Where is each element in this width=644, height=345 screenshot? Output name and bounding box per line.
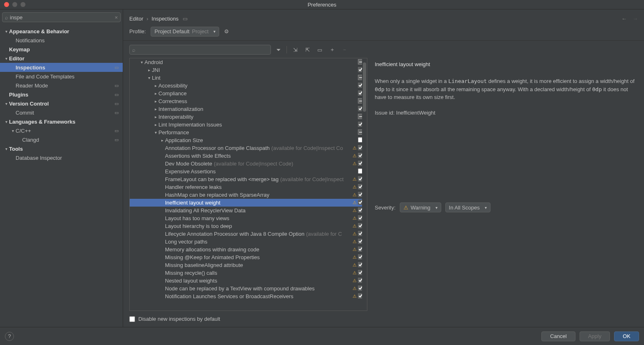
- inspection-layout-has-too-many-views[interactable]: Layout has too many views⚠: [130, 214, 367, 222]
- tree-arrow-icon: [153, 99, 158, 104]
- gear-icon[interactable]: ⚙: [224, 28, 229, 34]
- severity-select[interactable]: ⚠ Warning ▾: [400, 202, 441, 212]
- scope-select[interactable]: In All Scopes ▾: [445, 202, 490, 212]
- nav-back-icon[interactable]: ←: [621, 16, 627, 22]
- inspection-label: Accessibility: [158, 83, 351, 89]
- availability-note: (available for C: [306, 231, 342, 237]
- inspection-application-size[interactable]: Application Size: [130, 136, 367, 144]
- sidebar-item-c-c-[interactable]: C/C++▭: [0, 126, 123, 135]
- inspection-hashmap-can-be-replaced-with-sparsearray[interactable]: HashMap can be replaced with SparseArray…: [130, 191, 367, 199]
- inspection-invalidating-all-recyclerview-data[interactable]: Invalidating All RecyclerView Data⚠: [130, 207, 367, 214]
- sidebar-item-version-control[interactable]: Version Control▭: [0, 99, 123, 108]
- filter-icon[interactable]: ⏷: [273, 45, 283, 55]
- clear-search-icon[interactable]: ×: [115, 14, 118, 21]
- collapse-all-icon[interactable]: ⇱: [303, 45, 312, 55]
- inspection-label: Compliance: [158, 90, 351, 97]
- inspection-label: Annotation Processor on Compile Classpat…: [165, 145, 351, 151]
- inspection-expensive-assertions[interactable]: Expensive Assertions: [130, 168, 367, 175]
- inspection-handler-reference-leaks[interactable]: Handler reference leaks⚠: [130, 183, 367, 191]
- profile-scope: Project: [192, 28, 209, 34]
- profile-select[interactable]: Project Default Project ▾: [151, 27, 219, 37]
- disable-new-inspections-checkbox[interactable]: [129, 316, 135, 322]
- maximize-window-button[interactable]: [21, 2, 25, 7]
- expand-all-icon[interactable]: ⇲: [290, 45, 300, 55]
- apply-button[interactable]: Apply: [580, 331, 610, 341]
- add-icon[interactable]: ＋: [327, 45, 337, 55]
- sidebar-item-database-inspector[interactable]: Database Inspector: [0, 153, 123, 162]
- warning-icon: ⚠: [351, 262, 358, 268]
- sidebar-item-languages-frameworks[interactable]: Languages & Frameworks: [0, 117, 123, 126]
- reset-icon[interactable]: ▭: [315, 45, 325, 55]
- inspection-missing-recycle-calls[interactable]: Missing recycle() calls⚠: [130, 269, 367, 277]
- inspection-compliance[interactable]: Compliance: [130, 90, 367, 97]
- remove-icon[interactable]: －: [339, 45, 349, 55]
- search-icon: ⌕: [132, 47, 135, 53]
- inspection-correctness[interactable]: Correctness: [130, 97, 367, 105]
- sidebar-item-appearance-behavior[interactable]: Appearance & Behavior: [0, 27, 123, 36]
- sidebar-item-clangd[interactable]: Clangd▭: [0, 135, 123, 144]
- inspection-memory-allocations-within-drawing-code[interactable]: Memory allocations within drawing code⚠: [130, 246, 367, 253]
- inspections-tree[interactable]: AndroidJNILintAccessibilityComplianceCor…: [130, 58, 367, 310]
- inspection-inefficient-layout-weight[interactable]: Inefficient layout weight⚠: [130, 199, 367, 207]
- inspection-jni[interactable]: JNI: [130, 66, 367, 74]
- inspection-accessibility[interactable]: Accessibility: [130, 82, 367, 90]
- inspection-nested-layout-weights[interactable]: Nested layout weights⚠: [130, 277, 367, 285]
- help-button[interactable]: ?: [5, 332, 14, 341]
- nav-forward-icon[interactable]: →: [633, 16, 638, 22]
- inspection-interoperability[interactable]: Interoperability: [130, 113, 367, 121]
- scroll-thumb[interactable]: [363, 62, 366, 112]
- inspection-label: Correctness: [158, 98, 351, 104]
- inspection-framelayout-can-be-replaced-with-merge-tag[interactable]: FrameLayout can be replaced with <merge>…: [130, 175, 367, 183]
- settings-tree[interactable]: Appearance & BehaviorNotificationsKeymap…: [0, 25, 123, 327]
- inspection-annotation-processor-on-compile-classpath[interactable]: Annotation Processor on Compile Classpat…: [130, 144, 367, 152]
- sidebar-item-reader-mode[interactable]: Reader Mode▭: [0, 81, 123, 90]
- inspection-lifecycle-annotation-processor-with-java-8-compile-option[interactable]: Lifecycle Annotation Processor with Java…: [130, 230, 367, 238]
- inspections-search[interactable]: ⌕: [129, 45, 271, 55]
- tree-arrow-icon: [153, 122, 158, 127]
- settings-search-input[interactable]: [10, 14, 115, 21]
- settings-search[interactable]: ⌕ ×: [2, 12, 121, 22]
- inspection-android[interactable]: Android: [130, 58, 367, 66]
- inspection-long-vector-paths[interactable]: Long vector paths⚠: [130, 238, 367, 246]
- inspections-search-input[interactable]: [137, 47, 268, 53]
- inspection-layout-hierarchy-is-too-deep[interactable]: Layout hierarchy is too deep⚠: [130, 222, 367, 230]
- inspection-lint-implementation-issues[interactable]: Lint Implementation Issues: [130, 121, 367, 129]
- inspection-notification-launches-services-or-broadcastreceivers[interactable]: Notification Launches Services or Broadc…: [130, 292, 367, 300]
- sidebar-item-inspections[interactable]: Inspections▭: [0, 63, 123, 72]
- inspection-label: Inefficient layout weight: [165, 200, 351, 206]
- sidebar-item-notifications[interactable]: Notifications: [0, 36, 123, 45]
- inspection-missing-baselinealigned-attribute[interactable]: Missing baselineAligned attribute⚠: [130, 261, 367, 269]
- inspection-label: Interoperability: [158, 114, 351, 120]
- project-badge-icon: ▭: [114, 83, 119, 88]
- close-window-button[interactable]: [4, 2, 9, 7]
- severity-value: Warning: [411, 205, 431, 211]
- profile-label: Profile:: [129, 28, 146, 34]
- inspection-label: Lifecycle Annotation Processor with Java…: [165, 231, 351, 237]
- project-badge-icon: ▭: [114, 64, 119, 70]
- sidebar-item-commit[interactable]: Commit▭: [0, 108, 123, 117]
- inspection-dev-mode-obsolete[interactable]: Dev Mode Obsolete(available for Code|Ins…: [130, 160, 367, 168]
- inspection-node-can-be-replaced-by-a-textview-with-compound-drawables[interactable]: Node can be replaced by a TextView with …: [130, 285, 367, 292]
- sidebar-item-label: Commit: [16, 110, 114, 116]
- minimize-window-button[interactable]: [12, 2, 17, 7]
- sidebar-item-label: C/C++: [16, 128, 114, 134]
- warning-icon: ⚠: [351, 161, 358, 166]
- warning-icon: ⚠: [351, 145, 358, 151]
- ok-button[interactable]: OK: [614, 331, 639, 341]
- tree-arrow-icon: [153, 107, 158, 111]
- inspection-lint[interactable]: Lint: [130, 74, 367, 82]
- inspection-internationalization[interactable]: Internationalization: [130, 105, 367, 113]
- scrollbar[interactable]: [362, 58, 367, 310]
- cancel-button[interactable]: Cancel: [541, 331, 575, 341]
- sidebar-item-editor[interactable]: Editor: [0, 54, 123, 63]
- inspection-performance[interactable]: Performance: [130, 129, 367, 136]
- sidebar-item-plugins[interactable]: Plugins▭: [0, 90, 123, 99]
- breadcrumb-root[interactable]: Editor: [129, 16, 143, 22]
- inspection-missing-keep-for-animated-properties[interactable]: Missing @Keep for Animated Properties⚠: [130, 253, 367, 261]
- warning-icon: ⚠: [351, 231, 358, 237]
- sidebar-item-keymap[interactable]: Keymap: [0, 45, 123, 54]
- inspection-label: Handler reference leaks: [165, 184, 351, 190]
- inspection-assertions-with-side-effects[interactable]: Assertions with Side Effects⚠: [130, 152, 367, 160]
- sidebar-item-file-and-code-templates[interactable]: File and Code Templates: [0, 72, 123, 81]
- sidebar-item-tools[interactable]: Tools: [0, 144, 123, 153]
